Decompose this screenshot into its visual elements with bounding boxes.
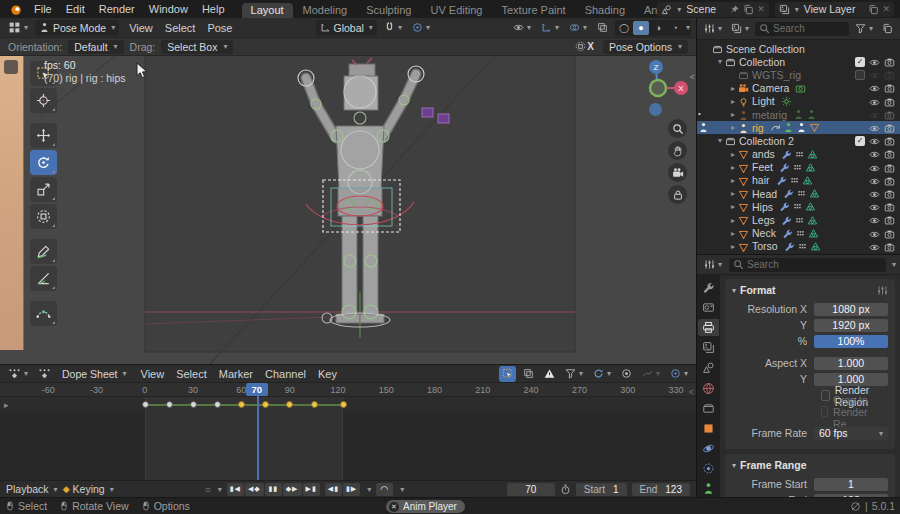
checkbox-icon[interactable] (821, 390, 830, 401)
new-view-layer-icon[interactable] (868, 4, 879, 15)
new-scene-icon[interactable] (743, 4, 754, 15)
outliner-row-metarig[interactable]: •▸metarig (697, 108, 900, 121)
tool-measure[interactable] (30, 266, 57, 291)
properties-tab-tool[interactable] (698, 279, 719, 296)
include-checkbox[interactable]: ✓ (855, 136, 865, 146)
keyframe-30[interactable] (190, 401, 197, 408)
expand-arrow[interactable]: ▸ (728, 110, 738, 119)
render-toggle[interactable] (884, 95, 895, 108)
dope-sheet-menu-channel[interactable]: Channel (259, 368, 312, 380)
workspace-tab-modeling[interactable]: Modeling (294, 3, 357, 18)
include-checkbox[interactable] (855, 70, 865, 80)
playback-menu[interactable]: Playback▾ (6, 483, 58, 495)
format-panel-header[interactable]: ▾ Format (732, 284, 888, 296)
transform-orientation[interactable]: Global ▾ (316, 20, 377, 36)
camera-view-button[interactable] (649, 103, 662, 116)
render-toggle[interactable] (884, 201, 895, 214)
blender-logo-icon[interactable] (8, 2, 23, 17)
frame-start-field[interactable]: Start1 (576, 483, 627, 496)
shading-rendered-button[interactable]: ◔ (667, 21, 683, 35)
shading-wireframe-button[interactable]: ◯ (616, 21, 632, 35)
tool-rotate[interactable] (30, 150, 57, 175)
asset-shelf-strip[interactable] (0, 56, 24, 350)
visibility-toggle[interactable] (869, 174, 880, 187)
render-toggle[interactable] (884, 135, 895, 148)
dope-sheet-menu-key[interactable]: Key (312, 368, 343, 380)
properties-tab-output[interactable] (698, 319, 719, 336)
outliner-row-head[interactable]: ▸Head (697, 187, 900, 200)
unlink-scene-icon[interactable]: ✕ (757, 4, 765, 14)
properties-tab-collection[interactable] (698, 400, 719, 417)
outliner-row-hips[interactable]: ▸Hips (697, 200, 900, 213)
property-value-aspect-x[interactable]: 1.000 (814, 357, 888, 370)
outliner-row-wgts-rig[interactable]: WGTS_rig (697, 68, 900, 81)
properties-tab-physics[interactable] (698, 460, 719, 477)
auto-snap-button[interactable]: ▾ (590, 366, 614, 382)
viewport-menu-select[interactable]: Select (159, 22, 202, 34)
editor-type-button[interactable]: ▾ (701, 257, 725, 273)
visibility-toggle[interactable] (869, 121, 880, 134)
render-toggle[interactable] (884, 69, 895, 82)
expand-arrow[interactable]: ▸ (728, 242, 738, 251)
checkbox-icon[interactable] (821, 406, 828, 417)
render-toggle[interactable] (884, 82, 895, 95)
visibility-toggle[interactable] (869, 201, 880, 214)
menu-window[interactable]: Window (142, 0, 195, 18)
expand-arrow[interactable]: ▸ (728, 150, 738, 159)
frame-rate-dropdown[interactable]: 60 fps ▾ (814, 427, 888, 440)
pose-options-dropdown[interactable]: Pose Options ▾ (603, 40, 688, 54)
frame-range-panel-header[interactable]: ▾ Frame Range (732, 459, 888, 471)
scene-selector[interactable]: ▾ Scene ✕ (657, 2, 768, 17)
properties-tab-view-layer[interactable] (698, 339, 719, 356)
expand-arrow[interactable]: ▸ (728, 176, 738, 185)
fcurve-interp-button[interactable]: ▾ (639, 366, 663, 382)
stop-icon[interactable]: ✕ (389, 502, 399, 512)
onion-skin-button[interactable]: ◠ (376, 483, 393, 496)
menu-help[interactable]: Help (195, 0, 232, 18)
dope-sheet-menu-view[interactable]: View (135, 368, 171, 380)
include-checkbox[interactable]: ✓ (855, 57, 865, 67)
properties-tab-render[interactable] (698, 299, 719, 316)
shading-material-button[interactable]: ◑ (650, 21, 666, 35)
gizmo-y-axis[interactable] (650, 80, 666, 96)
tool-breakdowner[interactable] (30, 301, 57, 326)
new-collection-button[interactable] (879, 21, 896, 37)
visibility-toggle[interactable] (869, 135, 880, 148)
keyframe-105[interactable] (311, 401, 318, 408)
outliner-row-torso[interactable]: ▸Torso (697, 240, 900, 253)
render-toggle[interactable] (884, 108, 895, 121)
dope-sheet-mode-icon[interactable] (35, 366, 54, 382)
dope-sheet-channels[interactable]: ▸ (0, 397, 696, 480)
anim-player-indicator[interactable]: ✕ Anim Player (386, 500, 465, 513)
properties-tab-scene[interactable] (698, 359, 719, 376)
outliner-row-legs[interactable]: ▸Legs (697, 213, 900, 226)
properties-tab-world[interactable] (698, 379, 719, 396)
render-toggle[interactable] (884, 214, 895, 227)
overlays-button[interactable]: ▾ (566, 20, 590, 36)
workspace-tab-layout[interactable]: Layout (242, 3, 293, 18)
tool-transform[interactable] (30, 204, 57, 229)
keyframe-123[interactable] (340, 401, 347, 408)
expand-arrow[interactable]: ▸ (728, 123, 738, 132)
visibility-toggle[interactable] (869, 108, 880, 121)
visibility-toggle[interactable] (869, 95, 880, 108)
dope-sheet-menu-select[interactable]: Select (170, 368, 213, 380)
expand-arrow[interactable]: ▸ (728, 189, 738, 198)
chevron-down-icon[interactable]: ▾ (686, 23, 690, 32)
visibility-toggle[interactable] (869, 161, 880, 174)
render-toggle[interactable] (884, 227, 895, 240)
lock-view-button[interactable] (668, 185, 687, 204)
tool-scale[interactable] (30, 177, 57, 202)
next-keyframe-button[interactable]: ◆▶ (283, 483, 302, 496)
collapse-region-arrow[interactable]: < (689, 387, 694, 397)
property-value-frame-start[interactable]: 1 (814, 478, 888, 491)
menu-edit[interactable]: Edit (59, 0, 92, 18)
properties-tab-modifiers[interactable] (698, 440, 719, 457)
snapping-button[interactable]: ▾ (381, 20, 405, 36)
tool-move[interactable] (30, 123, 57, 148)
jump-end-button[interactable]: ▶▮ (303, 483, 320, 496)
properties-tab-object[interactable] (698, 420, 719, 437)
expand-arrow[interactable]: ▸ (728, 216, 738, 225)
expand-arrow[interactable]: ▾ (715, 136, 725, 145)
expand-arrow[interactable]: ▾ (715, 57, 725, 66)
